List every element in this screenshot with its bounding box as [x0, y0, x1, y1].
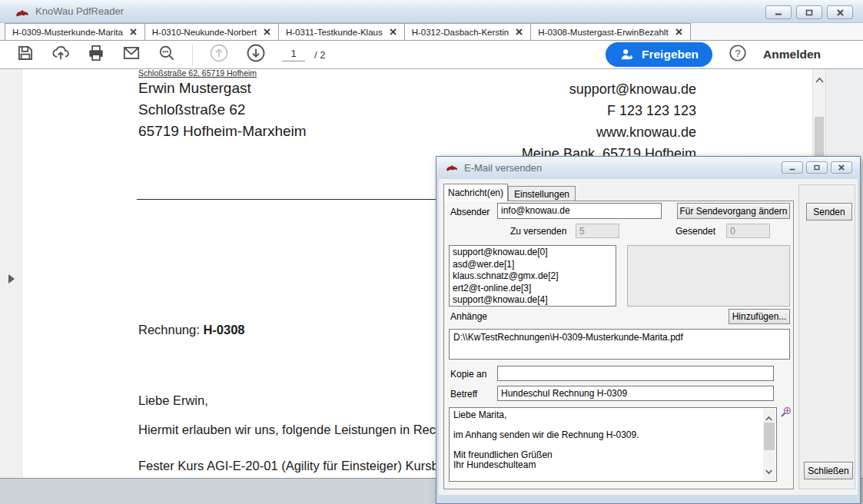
pdf-contact-phone: F 123 123 123: [500, 100, 696, 121]
page-number-input[interactable]: 1: [282, 48, 305, 61]
gesendet-count: 0: [726, 224, 770, 238]
kopie-an-input[interactable]: [497, 366, 774, 381]
pdf-recipient-city: 65719 Hofheim-Marxheim: [138, 123, 307, 140]
app-window: Schloßstraße 62, 65719 Hofheim Erwin Mus…: [0, 0, 863, 504]
tab-h0312-dasbach-kerstin[interactable]: H-0312-Dasbach-Kerstin: [404, 23, 532, 40]
close-icon: [836, 8, 845, 17]
dialog-maximize-button[interactable]: [806, 161, 828, 174]
email-dialog: E-Mail versenden Nachricht(en) Einstellu…: [436, 156, 861, 504]
betreff-label: Betreff: [450, 389, 477, 400]
titlebar: KnoWau PdfReader: [0, 0, 863, 23]
recipient-item[interactable]: ert2@t-online.de[3]: [453, 283, 612, 295]
message-body-text[interactable]: Liebe Marita, im Anhang senden wir die R…: [450, 409, 762, 480]
close-button[interactable]: [827, 5, 853, 19]
close-tab-icon[interactable]: [129, 28, 138, 36]
help-icon: ?: [728, 43, 748, 63]
recipient-item[interactable]: support@knowau.de[0]: [453, 247, 612, 259]
zu-versenden-count: 5: [576, 224, 619, 238]
document-tabbar: H-0309-Musterkunde-Marita H-0310-Neukund…: [0, 23, 863, 41]
page-total-label: / 2: [314, 49, 325, 61]
anmelden-button[interactable]: Anmelden: [763, 48, 821, 61]
close-tab-icon[interactable]: [515, 28, 523, 36]
freigeben-button[interactable]: Freigeben: [606, 42, 712, 67]
dialog-minimize-button[interactable]: [782, 161, 803, 174]
dialog-close-button[interactable]: [831, 161, 852, 174]
attachments-box[interactable]: D:\\KwTestRechnungen\H-0309-Musterkunde-…: [449, 329, 790, 360]
svg-text:?: ?: [735, 48, 741, 59]
window-title: KnoWau PdfReader: [35, 5, 124, 17]
message-body-scrollbar[interactable]: [763, 409, 775, 480]
pdf-invoice-line: Rechnung: H-0308: [138, 323, 245, 337]
hinzufuegen-button[interactable]: Hinzufügen...: [729, 309, 790, 324]
close-icon: [838, 164, 845, 171]
gesendet-label: Gesendet: [675, 226, 715, 237]
recipients-listbox[interactable]: support@knowau.de[0] asd@wer.de[1] klaus…: [449, 245, 616, 307]
add-user-icon: [619, 47, 635, 62]
scroll-up-icon[interactable]: [815, 73, 825, 87]
scroll-down-icon[interactable]: [765, 464, 773, 478]
tab-h0308-mustergast-erwinbezahlt[interactable]: H-0308-Mustergast-ErwinBezahlt: [530, 23, 690, 40]
kopie-an-label: Kopie an: [450, 369, 486, 380]
recipient-item[interactable]: support@knowau.de[4]: [453, 294, 612, 307]
close-tab-icon[interactable]: [675, 28, 683, 36]
sidebar-rail: [0, 69, 22, 478]
pdf-recipient-name: Erwin Mustergast: [138, 80, 251, 97]
tab-label: H-0308-Mustergast-ErwinBezahlt: [538, 28, 668, 37]
tab-h0309-musterkunde-marita[interactable]: H-0309-Musterkunde-Marita: [5, 23, 145, 40]
tab-label: H-0312-Dasbach-Kerstin: [412, 28, 510, 37]
tab-label: H-0309-Musterkunde-Marita: [12, 28, 123, 37]
close-tab-icon[interactable]: [389, 28, 397, 36]
page-up-button[interactable]: [208, 42, 230, 67]
dialog-title: E-Mail versenden: [464, 162, 542, 174]
tab-h0310-neukunde-norbert[interactable]: H-0310-Neukunde-Norbert: [144, 23, 279, 40]
email-button[interactable]: [121, 43, 141, 66]
tab-label: H-0310-Neukunde-Norbert: [152, 28, 257, 37]
toolbar: 1 / 2 Freigeben ? Anmelden: [0, 41, 863, 69]
pdf-contact-block: support@knowau.de F 123 123 123 www.know…: [500, 78, 696, 164]
close-tab-icon[interactable]: [263, 28, 271, 36]
search-button[interactable]: [157, 43, 177, 66]
message-body-box[interactable]: Liebe Marita, im Anhang senden wir die R…: [449, 407, 777, 482]
maximize-icon: [813, 164, 821, 171]
magnifier-icon[interactable]: [779, 406, 792, 422]
pdf-invoice-number: H-0308: [203, 323, 244, 337]
pdf-contact-email: support@knowau.de: [500, 78, 696, 100]
freigeben-label: Freigeben: [642, 48, 699, 61]
maximize-button[interactable]: [796, 5, 822, 19]
search-icon: [157, 43, 177, 63]
schliessen-button[interactable]: Schließen: [804, 462, 853, 479]
pdf-sender-line: Schloßstraße 62, 65719 Hofheim: [138, 68, 257, 78]
print-button[interactable]: [86, 43, 106, 66]
sidebar-expand-icon[interactable]: [8, 274, 15, 284]
minimize-icon: [774, 8, 783, 16]
envelope-icon: [121, 43, 141, 63]
recipient-item[interactable]: asd@wer.de[1]: [453, 259, 612, 271]
sendevorgang-aendern-button[interactable]: Für Sendevorgang ändern: [677, 203, 790, 219]
toolbar-separator: [192, 44, 193, 65]
dialog-client-area: Nachricht(en) Einstellungen Absender inf…: [439, 179, 858, 495]
tab-h0311-testkunde-klaus[interactable]: H-0311-Testkunde-Klaus: [278, 23, 405, 40]
scrollbar-thumb[interactable]: [764, 423, 775, 450]
absender-label: Absender: [450, 207, 490, 217]
senden-button[interactable]: Senden: [806, 203, 852, 220]
pdf-body-line-2: Fester Kurs AGI-E-20-01 (Agility für Ein…: [138, 459, 453, 473]
recipient-item[interactable]: klaus.schnatz@gmx.de[2]: [453, 270, 612, 283]
betreff-input[interactable]: Hundeschul Rechnung H-0309: [497, 386, 774, 401]
pdf-body-line-1: Hiermit erlauben wir uns, folgende Leist…: [138, 423, 450, 437]
page-down-button[interactable]: [245, 42, 267, 67]
help-button[interactable]: ?: [728, 43, 748, 66]
save-button[interactable]: [15, 43, 35, 66]
save-icon: [15, 43, 35, 63]
minimize-icon: [788, 164, 796, 171]
tab-nachrichten[interactable]: Nachricht(en): [443, 184, 508, 201]
upload-button[interactable]: [51, 43, 71, 66]
tab-label: H-0311-Testkunde-Klaus: [286, 28, 383, 37]
maximize-icon: [805, 8, 814, 17]
nachrichten-tab-page: Absender info@knowau.de Für Sendevorgang…: [443, 201, 794, 489]
tab-einstellungen[interactable]: Einstellungen: [508, 186, 576, 201]
dialog-side-panel: [798, 184, 855, 489]
cloud-upload-icon: [51, 43, 71, 63]
absender-input[interactable]: info@knowau.de: [497, 203, 662, 219]
minimize-button[interactable]: [765, 5, 792, 19]
sent-listbox: [627, 245, 790, 307]
